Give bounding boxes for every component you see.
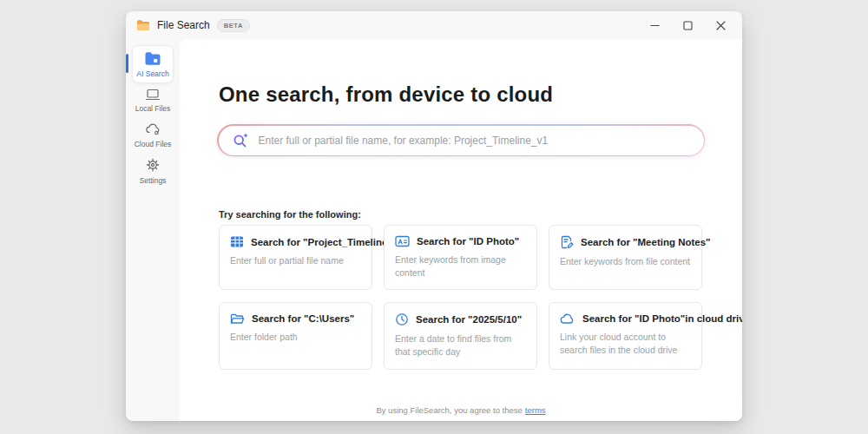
- ai-sparkle-search-icon: [231, 131, 250, 150]
- ai-search-folder-icon: [144, 51, 161, 67]
- search-bar: [217, 124, 705, 156]
- card-subtitle: Enter full or partial file name: [230, 254, 361, 267]
- card-search-file-name[interactable]: Search for "Project_Timeline_v1" Enter f…: [219, 225, 372, 290]
- card-subtitle: Enter keywords from image content: [395, 253, 526, 279]
- sidebar: AI Search Local Files Cloud Files: [126, 39, 180, 421]
- card-title: Search for "2025/5/10": [416, 314, 522, 325]
- sidebar-item-label: Settings: [140, 176, 167, 185]
- titlebar: File Search BETA: [126, 11, 742, 39]
- sidebar-item-label: AI Search: [136, 69, 168, 78]
- card-search-cloud-drive[interactable]: Search for "ID Photo"in cloud drive Link…: [549, 302, 702, 369]
- sidebar-item-ai-search[interactable]: AI Search: [132, 45, 174, 83]
- sidebar-item-cloud-files[interactable]: Cloud Files: [126, 122, 180, 149]
- window-controls: [638, 11, 737, 39]
- clock-icon: [395, 312, 409, 326]
- active-indicator: [126, 54, 128, 73]
- terms-link[interactable]: terms: [525, 405, 546, 415]
- beta-badge: BETA: [217, 19, 250, 32]
- folder-icon: [230, 312, 245, 325]
- app-window: File Search BETA AI Searc: [126, 11, 742, 421]
- card-title: Search for "C:\Users": [252, 313, 354, 324]
- app-folder-icon: [136, 19, 150, 31]
- terms-text: By using FileSearch, you agree to these: [376, 405, 522, 415]
- maximize-button[interactable]: [671, 11, 704, 39]
- laptop-icon: [145, 89, 161, 101]
- search-input[interactable]: [259, 135, 692, 147]
- card-search-file-content[interactable]: Search for "Meeting Notes" Enter keyword…: [549, 225, 702, 290]
- sidebar-item-label: Cloud Files: [135, 140, 172, 148]
- card-subtitle: Link your cloud account to search files …: [560, 331, 691, 356]
- card-subtitle: Enter keywords from file content: [560, 255, 691, 268]
- cloud-settings-icon: [145, 122, 161, 136]
- app-title: File Search: [157, 19, 210, 31]
- card-search-date[interactable]: Search for "2025/5/10" Enter a date to f…: [384, 302, 537, 369]
- card-subtitle: Enter a date to find files from that spe…: [395, 332, 526, 358]
- suggestion-cards: Search for "Project_Timeline_v1" Enter f…: [219, 225, 702, 370]
- card-search-folder-path[interactable]: Search for "C:\Users" Enter folder path: [219, 302, 372, 369]
- table-icon: [230, 235, 244, 248]
- document-edit-icon: [560, 235, 574, 249]
- sidebar-item-local-files[interactable]: Local Files: [126, 87, 180, 115]
- card-title: Search for "ID Photo"in cloud drive: [582, 313, 742, 324]
- terms-footer: By using FileSearch, you agree to theset…: [180, 405, 742, 415]
- card-subtitle: Enter folder path: [230, 331, 361, 344]
- image-text-icon: [395, 235, 410, 247]
- main-content: One search, from device to cloud: [180, 39, 742, 421]
- cloud-icon: [560, 312, 575, 325]
- sidebar-item-settings[interactable]: Settings: [126, 157, 180, 185]
- minimize-button[interactable]: [638, 11, 671, 39]
- card-title: Search for "ID Photo": [417, 236, 519, 247]
- page-title: One search, from device to cloud: [219, 82, 553, 107]
- card-search-image-content[interactable]: Search for "ID Photo" Enter keywords fro…: [384, 225, 537, 290]
- gear-icon: [145, 157, 161, 173]
- close-button[interactable]: [704, 11, 737, 39]
- suggestions-label: Try searching for the following:: [219, 209, 361, 220]
- card-title: Search for "Meeting Notes": [581, 237, 711, 247]
- sidebar-item-label: Local Files: [135, 104, 171, 113]
